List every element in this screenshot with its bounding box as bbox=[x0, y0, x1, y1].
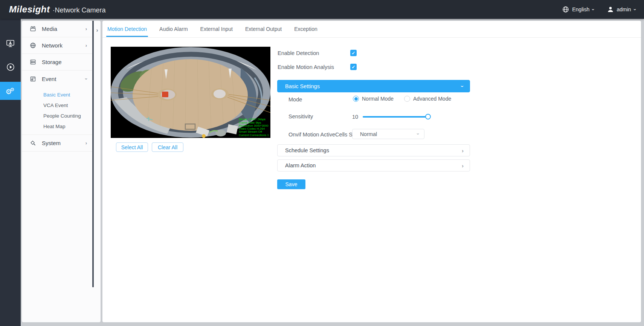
brand: Milesight · Network Camera bbox=[0, 4, 106, 15]
sidebar: Media Network Storage bbox=[22, 21, 101, 322]
normal-mode-radio[interactable] bbox=[353, 96, 359, 102]
sensitivity-slider[interactable] bbox=[363, 116, 429, 118]
normal-mode-label[interactable]: Normal Mode bbox=[362, 96, 394, 102]
sensitivity-label: Sensitivity bbox=[288, 113, 313, 119]
sidebar-item-system[interactable]: System bbox=[22, 135, 92, 152]
tab-audio-alarm[interactable]: Audio Alarm bbox=[159, 21, 188, 38]
clear-all-button[interactable]: Clear All bbox=[152, 142, 183, 152]
select-all-button[interactable]: Select All bbox=[116, 142, 148, 152]
advanced-mode-label[interactable]: Advanced Mode bbox=[413, 96, 451, 102]
tabs-bar: Motion Detection Audio Alarm External In… bbox=[102, 21, 641, 38]
language-label: English bbox=[572, 6, 589, 12]
system-icon bbox=[30, 140, 36, 146]
sensitivity-value: 10 bbox=[352, 114, 358, 120]
event-icon bbox=[30, 76, 36, 82]
sidebar-item-heat-map[interactable]: Heat Map bbox=[22, 121, 92, 132]
product-name: Network Camera bbox=[55, 6, 106, 14]
username-label: admin bbox=[617, 6, 631, 12]
chevron-right-icon bbox=[85, 26, 87, 31]
tab-external-input[interactable]: External Input bbox=[200, 21, 233, 38]
sidebar-item-vca-event[interactable]: VCA Event bbox=[22, 100, 92, 110]
sidebar-item-label: Network bbox=[42, 42, 63, 49]
sidebar-divider bbox=[92, 21, 94, 287]
tab-motion-detection[interactable]: Motion Detection bbox=[107, 21, 147, 38]
settings-gears-icon bbox=[6, 86, 15, 95]
tab-exception[interactable]: Exception bbox=[294, 21, 317, 38]
alarm-action-header[interactable]: Alarm Action bbox=[277, 159, 470, 171]
top-bar: Milesight · Network Camera English admin bbox=[0, 0, 644, 19]
sidebar-item-people-counting[interactable]: People Counting bbox=[22, 110, 92, 121]
sidebar-item-event[interactable]: Event bbox=[22, 70, 92, 87]
chevron-right-icon bbox=[462, 163, 464, 168]
chevron-down-icon bbox=[84, 78, 89, 80]
schedule-settings-title: Schedule Settings bbox=[285, 147, 329, 153]
language-dropdown[interactable]: English bbox=[562, 6, 594, 13]
playback-icon bbox=[6, 63, 15, 72]
alarm-action-title: Alarm Action bbox=[285, 162, 316, 168]
main-content: Motion Detection Audio Alarm External In… bbox=[102, 21, 641, 322]
osd-connections: Current Connections 1 bbox=[239, 134, 269, 137]
enable-detection-label: Enable Detection bbox=[278, 50, 319, 56]
network-icon bbox=[30, 42, 36, 49]
live-view-icon bbox=[6, 39, 15, 48]
enable-motion-analysis-checkbox[interactable] bbox=[350, 64, 357, 70]
chevron-right-icon bbox=[85, 141, 87, 145]
sidebar-item-media[interactable]: Media bbox=[22, 21, 92, 37]
basic-settings-title: Basic Settings bbox=[285, 83, 320, 89]
user-dropdown[interactable]: admin bbox=[607, 6, 636, 13]
mode-label: Mode bbox=[288, 96, 302, 103]
chevron-down-icon bbox=[591, 9, 596, 10]
enable-detection-checkbox[interactable] bbox=[350, 50, 357, 56]
advanced-mode-radio[interactable] bbox=[404, 96, 410, 102]
sidebar-item-basic-event[interactable]: Basic Event bbox=[22, 89, 92, 100]
live-view-button[interactable] bbox=[0, 34, 21, 53]
save-button[interactable]: Save bbox=[277, 179, 305, 189]
icon-rail bbox=[0, 19, 21, 326]
enable-motion-analysis-label: Enable Motion Analysis bbox=[278, 64, 334, 70]
sidebar-item-network[interactable]: Network bbox=[22, 37, 92, 54]
chevron-down-icon bbox=[632, 9, 637, 10]
schedule-settings-header[interactable]: Schedule Settings bbox=[277, 144, 470, 156]
stream-osd-overlay: Bitrate 12007.2kbps Frame Rate 5fps Reso… bbox=[239, 118, 269, 137]
user-icon bbox=[607, 6, 614, 13]
storage-icon bbox=[30, 59, 36, 65]
globe-icon bbox=[562, 6, 569, 13]
sidebar-item-storage[interactable]: Storage bbox=[22, 54, 92, 70]
sidebar-item-label: Storage bbox=[42, 59, 62, 65]
sidebar-item-label: System bbox=[42, 140, 61, 146]
chevron-right-icon bbox=[85, 43, 87, 48]
chevron-down-icon bbox=[415, 133, 420, 135]
mode-radio-group: Normal Mode Advanced Mode bbox=[353, 96, 451, 102]
sidebar-item-label: Media bbox=[42, 26, 57, 32]
chevron-right-icon bbox=[462, 148, 464, 153]
brand-logo: Milesight bbox=[9, 4, 50, 15]
playback-button[interactable] bbox=[0, 58, 21, 77]
basic-settings-header[interactable]: Basic Settings bbox=[277, 80, 470, 92]
sidebar-collapse-button[interactable] bbox=[95, 26, 100, 34]
onvif-activecells-select[interactable]: Normal bbox=[352, 129, 424, 139]
settings-button[interactable] bbox=[0, 82, 21, 100]
tab-external-output[interactable]: External Output bbox=[245, 21, 282, 38]
sensitivity-slider-handle[interactable] bbox=[425, 114, 431, 119]
camera-preview[interactable]: Bitrate 12007.2kbps Frame Rate 5fps Reso… bbox=[111, 47, 270, 138]
chevron-down-icon bbox=[460, 85, 465, 87]
media-icon bbox=[30, 26, 36, 32]
sidebar-item-label: Event bbox=[42, 76, 56, 82]
onvif-selected-value: Normal bbox=[360, 131, 377, 137]
